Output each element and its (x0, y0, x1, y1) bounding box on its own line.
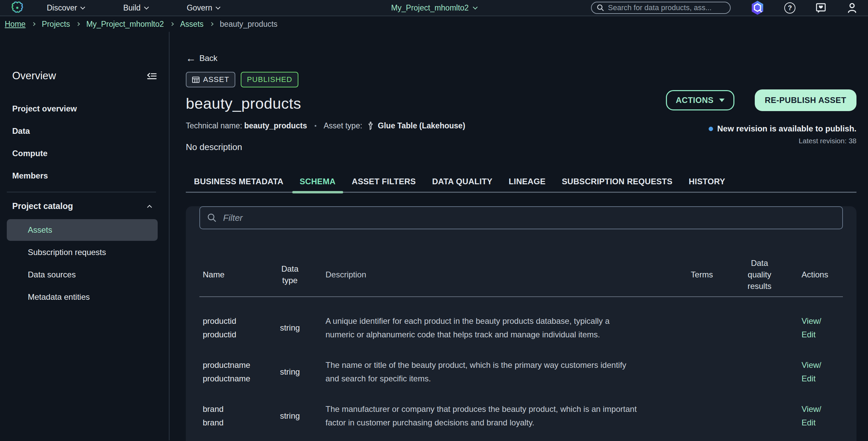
cell-description: The name or title of the beauty product,… (312, 358, 685, 385)
schema-filter[interactable] (199, 206, 843, 229)
sidebar-item-compute[interactable]: Compute (0, 142, 169, 165)
nav-menu-discover[interactable]: Discover (47, 3, 84, 13)
cell-data-type: string (268, 367, 312, 377)
collapse-sidebar-icon[interactable] (146, 71, 157, 81)
back-label: Back (199, 54, 217, 63)
cell-description: A unique identifier for each product in … (312, 314, 685, 341)
view-edit-link[interactable]: View/ Edit (802, 402, 821, 429)
top-nav-right: ? (591, 0, 858, 15)
latest-revision: Latest revision: 38 (666, 137, 856, 145)
col-header-actions: Actions (800, 268, 843, 281)
column-technical-name: brand (203, 416, 268, 429)
nav-menu-label: Discover (47, 3, 77, 13)
sidebar-item-project-overview[interactable]: Project overview (0, 98, 169, 120)
column-name: productid (203, 314, 268, 328)
cell-actions: View/ Edit (800, 402, 843, 429)
sidebar-item-assets[interactable]: Assets (7, 219, 158, 241)
primary-nav: Discover Build Govern (47, 3, 220, 13)
chevron-right-icon (210, 22, 214, 26)
column-technical-name: productid (203, 328, 268, 341)
app-logo-icon[interactable] (10, 1, 24, 15)
header-actions: ACTIONS RE-PUBLISH ASSET New revision is… (666, 89, 856, 145)
sidebar-item-subscription-requests[interactable]: Subscription requests (7, 241, 158, 263)
revision-note-text: New revision is available to publish. (717, 124, 856, 133)
tab-subscription-requests[interactable]: SUBSCRIPTION REQUESTS (554, 171, 680, 192)
sidebar-section-project-catalog[interactable]: Project catalog (12, 201, 151, 211)
project-selector[interactable]: My_Project_mhomlto2 (391, 3, 477, 13)
nav-menu-govern[interactable]: Govern (187, 3, 220, 13)
republish-asset-button[interactable]: RE-PUBLISH ASSET (755, 89, 856, 111)
breadcrumb-project[interactable]: My_Project_mhomlto2 (86, 20, 164, 29)
chevron-down-icon (144, 4, 149, 9)
col-header-description: Description (312, 268, 685, 281)
chevron-right-icon (170, 22, 174, 26)
tab-schema[interactable]: SCHEMA (292, 171, 344, 192)
tab-data-quality[interactable]: DATA QUALITY (424, 171, 500, 192)
status-label: PUBLISHED (247, 75, 292, 84)
schema-table-header: Name Data type Description Terms Data qu… (199, 253, 843, 297)
actions-button-label: ACTIONS (676, 96, 714, 105)
column-name: brand (203, 402, 268, 416)
chevron-right-icon (32, 22, 36, 26)
info-dot-icon (709, 127, 713, 131)
sidebar-item-data[interactable]: Data (0, 120, 169, 142)
global-search-input[interactable] (608, 3, 725, 12)
top-nav: Discover Build Govern My_Project_mhomlto… (0, 0, 868, 16)
feedback-icon[interactable] (815, 2, 827, 14)
back-button[interactable]: ← Back (186, 54, 217, 63)
cell-data-type: string (268, 411, 312, 421)
chevron-right-icon (76, 22, 80, 26)
section-title: Project catalog (12, 201, 73, 211)
sidebar-item-members[interactable]: Members (0, 165, 169, 187)
breadcrumb: Home Projects My_Project_mhomlto2 Assets… (0, 16, 868, 32)
schema-filter-input[interactable] (223, 213, 835, 223)
revision-note: New revision is available to publish. (666, 124, 856, 133)
view-edit-link[interactable]: View/ Edit (802, 314, 821, 341)
column-technical-name: productname (203, 372, 268, 385)
global-search[interactable] (591, 2, 731, 14)
cell-name: productid productid (199, 314, 268, 341)
breadcrumb-projects[interactable]: Projects (42, 20, 70, 29)
tab-business-metadata[interactable]: BUSINESS METADATA (186, 171, 292, 192)
asset-tabs: BUSINESS METADATA SCHEMA ASSET FILTERS D… (186, 171, 856, 193)
col-header-terms: Terms (685, 270, 719, 279)
cell-actions: View/ Edit (800, 358, 843, 385)
tab-lineage[interactable]: LINEAGE (500, 171, 554, 192)
sidebar-item-metadata-entities[interactable]: Metadata entities (7, 286, 158, 308)
help-glyph: ? (788, 4, 792, 12)
chevron-down-icon (80, 4, 85, 9)
profile-icon[interactable] (846, 2, 858, 14)
dot-separator (315, 125, 316, 127)
search-icon (207, 213, 217, 223)
asset-kind-badge: ASSET (186, 72, 235, 87)
chevron-down-icon (473, 4, 477, 9)
cell-description: The manufacturer or company that produce… (312, 402, 685, 429)
main-content: ← Back ASSET PUBLISHED beauty_product (170, 32, 868, 440)
tab-history[interactable]: HISTORY (680, 171, 733, 192)
breadcrumb-assets[interactable]: Assets (180, 20, 203, 29)
tab-asset-filters[interactable]: ASSET FILTERS (344, 171, 424, 192)
col-header-data-quality-results: Data quality results (719, 257, 800, 292)
sidebar-item-data-sources[interactable]: Data sources (7, 264, 158, 286)
cell-actions: View/ Edit (800, 314, 843, 341)
sidebar: Overview Project overview Data Compute M… (0, 32, 170, 440)
asset-type-label: Asset type: (324, 121, 362, 130)
status-badge: PUBLISHED (241, 72, 298, 87)
technical-name-value: beauty_products (244, 121, 307, 130)
breadcrumb-home[interactable]: Home (5, 20, 25, 29)
nav-menu-build[interactable]: Build (123, 3, 148, 13)
sidebar-title: Overview (12, 70, 56, 82)
sidebar-divider (7, 192, 156, 192)
asset-type-value: Glue Table (Lakehouse) (378, 121, 465, 130)
amazon-q-icon[interactable] (750, 0, 765, 15)
cell-name: brand brand (199, 402, 268, 429)
table-icon (192, 76, 200, 83)
help-icon[interactable]: ? (784, 2, 795, 14)
chevron-up-icon (147, 205, 152, 209)
actions-button[interactable]: ACTIONS (666, 90, 734, 110)
glue-table-icon (367, 122, 374, 130)
back-arrow-icon: ← (186, 54, 196, 62)
cell-name: productname productname (199, 358, 268, 385)
view-edit-link[interactable]: View/ Edit (802, 358, 821, 385)
project-selector-label: My_Project_mhomlto2 (391, 3, 469, 13)
